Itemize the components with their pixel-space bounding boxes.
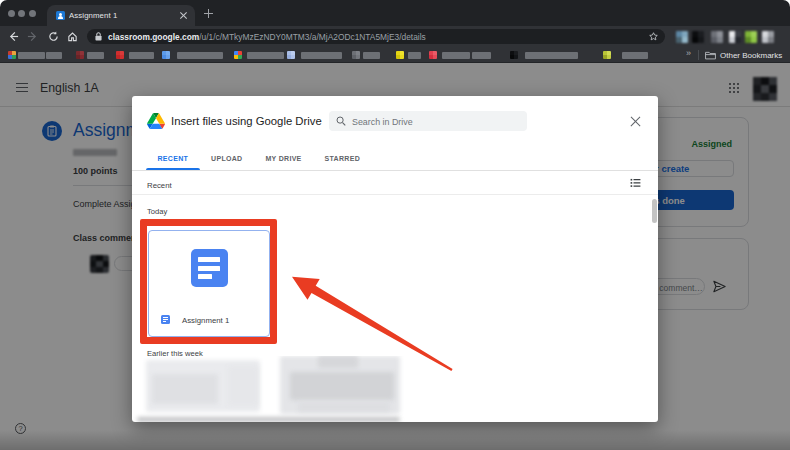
bookmark-label-blurred[interactable] [177, 52, 223, 59]
reload-button[interactable] [47, 26, 59, 47]
listbar-divider [132, 194, 658, 195]
tab-close-icon[interactable] [179, 11, 188, 20]
search-icon [336, 116, 346, 126]
group-label-today: Today [147, 207, 167, 216]
ssl-lock-icon [95, 32, 102, 41]
forward-button[interactable] [27, 26, 39, 47]
tab-title: Assignment 1 [69, 11, 179, 20]
blurred-thumbnail [318, 356, 358, 368]
drive-search-box[interactable]: Search in Drive [329, 111, 527, 131]
google-drive-logo [147, 113, 165, 129]
bookmark-label-blurred[interactable] [408, 52, 421, 59]
bookmark-favicon[interactable] [396, 51, 404, 59]
extension-icon[interactable] [676, 31, 688, 43]
bookmark-favicon[interactable] [76, 51, 84, 59]
bookmark-label-blurred[interactable] [46, 52, 62, 59]
url-text: classroom.google.com/u/1/c/MTkyMzEzNDY0M… [108, 32, 426, 42]
bookmarks-bar: » Other Bookmarks [0, 47, 790, 63]
bookmark-label-blurred[interactable] [442, 52, 470, 59]
bookmark-label-blurred[interactable] [525, 52, 578, 59]
drive-tabs: RECENTUPLOADMY DRIVESTARRED [146, 146, 372, 170]
bookmark-label-blurred[interactable] [129, 52, 154, 59]
browser-toolbar: classroom.google.com/u/1/c/MTkyMzEzNDY0M… [0, 26, 790, 47]
bookmark-label-blurred[interactable] [301, 52, 342, 59]
bookmark-favicon[interactable] [234, 51, 242, 59]
bookmark-favicon[interactable] [603, 51, 611, 59]
bookmark-label-blurred[interactable] [18, 52, 45, 59]
blurred-thumbnail [290, 372, 394, 400]
drive-tab-upload[interactable]: UPLOAD [200, 146, 254, 170]
home-button[interactable] [67, 26, 79, 47]
bookmark-label-blurred[interactable] [622, 52, 648, 59]
tabs-divider [132, 170, 658, 171]
blurred-thumbnails [132, 356, 658, 422]
browser-window: Assignment 1 classroom.google.com/u/1/c/… [0, 0, 790, 450]
dialog-title: Insert files using Google Drive [171, 115, 322, 127]
extension-icon[interactable] [729, 31, 741, 43]
extension-icon[interactable] [692, 31, 704, 43]
bookmark-favicon[interactable] [352, 51, 360, 59]
bookmark-favicon[interactable] [162, 51, 170, 59]
folder-icon [705, 51, 716, 60]
modal-scrollbar[interactable] [652, 199, 657, 223]
blurred-thumbnail [152, 374, 218, 404]
annotation-rectangle [140, 219, 277, 344]
bookmark-favicon[interactable] [429, 51, 437, 59]
bookmark-label-blurred[interactable] [247, 52, 284, 59]
bookmarks-divider [698, 50, 699, 60]
extension-icon[interactable] [711, 31, 723, 43]
browser-titlebar: Assignment 1 [0, 0, 790, 26]
drive-tab-recent[interactable]: RECENT [146, 146, 200, 170]
search-placeholder: Search in Drive [352, 117, 413, 127]
window-minimize-button[interactable] [18, 10, 25, 17]
drive-tab-starred[interactable]: STARRED [313, 146, 371, 170]
back-button[interactable] [7, 26, 19, 47]
drive-tab-my-drive[interactable]: MY DRIVE [254, 146, 313, 170]
list-view-icon[interactable] [630, 178, 641, 188]
classroom-favicon-icon [56, 11, 65, 20]
address-bar[interactable]: classroom.google.com/u/1/c/MTkyMzEzNDY0M… [87, 29, 665, 44]
new-tab-button[interactable] [204, 9, 213, 18]
browser-tab[interactable]: Assignment 1 [47, 5, 195, 26]
extension-icon[interactable] [762, 31, 774, 43]
bookmark-favicon[interactable] [8, 51, 16, 59]
blurred-thumbnail [228, 366, 258, 406]
window-zoom-button[interactable] [29, 10, 36, 17]
bookmark-star-icon[interactable] [649, 32, 658, 41]
bookmark-label-blurred[interactable] [472, 52, 491, 59]
bookmarks-overflow-chevron[interactable]: » [686, 48, 691, 58]
dialog-close-icon[interactable] [630, 116, 641, 127]
recent-section-label: Recent [147, 181, 172, 190]
bookmark-label-blurred[interactable] [363, 52, 380, 59]
other-bookmarks-button[interactable]: Other Bookmarks [705, 47, 782, 63]
blurred-thumbnail [298, 402, 390, 412]
extension-icon[interactable] [745, 31, 757, 43]
bookmark-favicon[interactable] [116, 51, 124, 59]
bookmark-label-blurred[interactable] [87, 52, 104, 59]
blurred-thumbnail [137, 417, 400, 423]
bottom-shade [0, 430, 790, 450]
bookmark-favicon[interactable] [287, 51, 295, 59]
bookmark-favicon[interactable] [510, 51, 518, 59]
window-close-button[interactable] [8, 10, 15, 17]
